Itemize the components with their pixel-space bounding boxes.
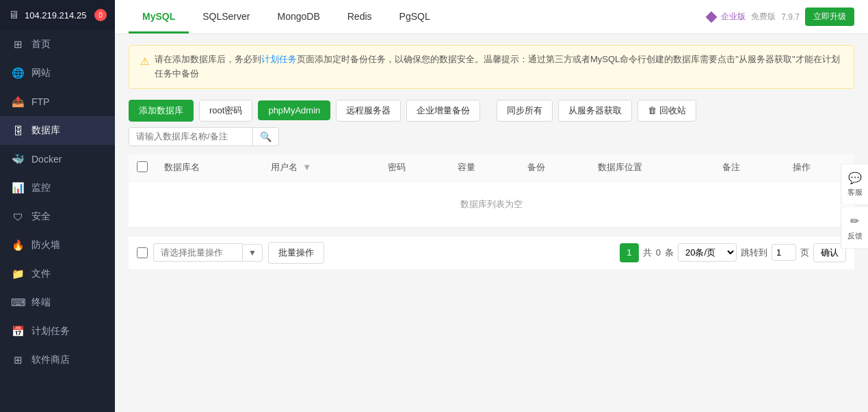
total-unit: 条 [665,247,674,259]
batch-operation-button[interactable]: 批量操作 [268,242,324,264]
version-text: 7.9.7 [781,12,800,22]
jump-label: 跳转到 [741,247,767,259]
main-content: MySQL SQLServer MongoDB Redis PgSQL 企业版 … [115,0,868,412]
batch-select-group: ▼ [153,243,263,262]
sidebar-item-database[interactable]: 🗄 数据库 [0,116,115,145]
terminal-icon: ⌨ [11,297,25,309]
upgrade-button[interactable]: 立即升级 [805,8,854,26]
sidebar-header: 🖥 104.219.214.25 0 [0,0,115,30]
sidebar-label-terminal: 终端 [31,297,51,309]
float-feedback-item[interactable]: ✏ 反馈 [841,207,868,249]
page-unit: 页 [800,247,809,259]
sidebar-label-security: 安全 [31,210,51,223]
batch-dropdown-button[interactable]: ▼ [242,244,263,262]
sidebar-nav: ⊞ 首页 🌐 网站 📤 FTP 🗄 数据库 🐳 Docker 📊 监控 🛡 安全 [0,30,115,412]
select-all-checkbox[interactable] [137,161,148,172]
trash-icon: 🗑 [648,105,657,115]
col-note: 备注 [714,154,784,182]
home-icon: ⊞ [11,38,25,51]
tabs-bar: MySQL SQLServer MongoDB Redis PgSQL 企业版 … [115,0,868,34]
sidebar-item-crontab[interactable]: 📅 计划任务 [0,317,115,346]
database-table: 数据库名 用户名 ▼ 密码 容量 备份 数据库位置 备注 操作 数据库列表为空 [129,154,854,228]
sidebar-label-database: 数据库 [31,124,60,137]
sidebar-item-appstore[interactable]: ⊞ 软件商店 [0,346,115,374]
empty-row: 数据库列表为空 [129,181,854,227]
service-label: 客服 [847,187,863,197]
col-backup: 备份 [519,154,589,182]
free-badge: 免费版 [751,11,776,23]
website-icon: 🌐 [11,67,25,79]
col-password: 密码 [380,154,449,182]
get-from-server-button[interactable]: 从服务器获取 [558,100,632,122]
remote-server-button[interactable]: 远程服务器 [336,100,401,122]
appstore-icon: ⊞ [11,354,25,366]
page-content: ⚠ 请在添加数据库后，务必到计划任务页面添加定时备份任务，以确保您的数据安全。温… [115,34,868,412]
search-button[interactable]: 🔍 [252,128,278,146]
current-page[interactable]: 1 [620,243,639,262]
pagination-left: ▼ 批量操作 [137,242,324,264]
server-icon: 🖥 [8,9,19,21]
search-input[interactable] [129,128,252,145]
crontab-link[interactable]: 计划任务 [261,54,297,64]
sidebar-item-home[interactable]: ⊞ 首页 [0,30,115,59]
warning-text: 请在添加数据库后，务必到计划任务页面添加定时备份任务，以确保您的数据安全。温馨提… [155,53,843,81]
server-ip: 104.219.214.25 [25,10,86,20]
col-dbname: 数据库名 [156,154,263,182]
enterprise-badge: 企业版 [707,11,746,23]
total-count: 0 [656,247,661,258]
sidebar-label-docker: Docker [31,154,62,165]
sidebar-item-ftp[interactable]: 📤 FTP [0,87,115,116]
sidebar-label-ftp: FTP [31,96,49,107]
batch-select-checkbox[interactable] [137,247,148,258]
warning-icon: ⚠ [140,53,149,70]
service-icon: 💬 [847,171,863,186]
pagination: ▼ 批量操作 1 共 0 条 10条/页 20条/页 50条/页 100条/页 … [129,236,854,269]
diamond-icon [706,11,718,23]
toolbar: 添加数据库 root密码 phpMyAdmin 远程服务器 企业增量备份 同步所… [129,100,854,146]
tab-sqlserver[interactable]: SQLServer [189,1,263,33]
ftp-icon: 📤 [11,96,25,108]
sidebar: 🖥 104.219.214.25 0 ⊞ 首页 🌐 网站 📤 FTP 🗄 数据库… [0,0,115,412]
empty-text: 数据库列表为空 [129,181,854,227]
batch-select-input[interactable] [153,243,242,262]
sync-all-button[interactable]: 同步所有 [497,100,553,122]
security-icon: 🛡 [11,211,25,223]
table-header-row: 数据库名 用户名 ▼ 密码 容量 备份 数据库位置 备注 操作 [129,154,854,182]
docker-icon: 🐳 [11,153,25,165]
col-capacity: 容量 [449,154,519,182]
pagination-right: 1 共 0 条 10条/页 20条/页 50条/页 100条/页 跳转到 页 确… [620,243,846,262]
col-username: 用户名 ▼ [263,154,380,182]
tab-pgsql[interactable]: PgSQL [386,1,444,33]
sidebar-label-monitor: 监控 [31,182,51,194]
sidebar-label-firewall: 防火墙 [31,239,60,251]
sidebar-item-website[interactable]: 🌐 网站 [0,59,115,87]
tab-mongodb[interactable]: MongoDB [263,1,333,33]
col-location: 数据库位置 [590,154,714,182]
float-bar: 💬 客服 ✏ 反馈 [841,163,868,249]
root-password-button[interactable]: root密码 [199,100,252,122]
total-label: 共 [643,247,652,259]
monitor-icon: 📊 [11,182,25,194]
per-page-select[interactable]: 10条/页 20条/页 50条/页 100条/页 [678,243,737,262]
tab-redis[interactable]: Redis [334,1,386,33]
sidebar-item-monitor[interactable]: 📊 监控 [0,174,115,202]
firewall-icon: 🔥 [11,239,25,251]
crontab-icon: 📅 [11,325,25,338]
jump-page-input[interactable] [772,244,796,261]
sidebar-item-files[interactable]: 📁 文件 [0,260,115,288]
phpmyadmin-button[interactable]: phpMyAdmin [258,100,330,120]
database-icon: 🗄 [11,125,25,137]
sidebar-item-terminal[interactable]: ⌨ 终端 [0,288,115,317]
sidebar-label-files: 文件 [31,268,51,280]
add-database-button[interactable]: 添加数据库 [129,100,194,122]
sidebar-item-security[interactable]: 🛡 安全 [0,202,115,231]
float-service-item[interactable]: 💬 客服 [841,163,868,206]
sidebar-item-docker[interactable]: 🐳 Docker [0,145,115,174]
sidebar-item-firewall[interactable]: 🔥 防火墙 [0,231,115,260]
enterprise-backup-button[interactable]: 企业增量备份 [406,100,480,122]
feedback-label: 反馈 [847,231,863,241]
recycle-button[interactable]: 🗑 回收站 [637,100,696,122]
files-icon: 📁 [11,268,25,280]
tab-mysql[interactable]: MySQL [129,1,189,33]
feedback-icon: ✏ [847,215,863,230]
